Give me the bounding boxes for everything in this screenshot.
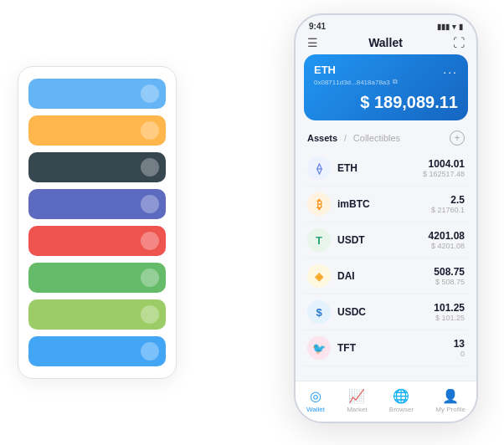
stack-card-3[interactable]	[28, 189, 166, 219]
asset-list: ⟠ETH1004.01$ 162517.48₿imBTC2.5$ 21760.1…	[296, 151, 476, 381]
status-bar: 9:41 ▮▮▮ ▾ ▮	[296, 15, 476, 34]
usdt-icon: T	[307, 228, 331, 252]
eth-icon: ⟠	[307, 156, 331, 180]
stack-card-1[interactable]	[28, 115, 166, 146]
nav-icon-wallet: ◎	[310, 388, 321, 404]
dai-icon: ◈	[307, 264, 331, 288]
stack-card-2[interactable]	[28, 152, 166, 182]
imbtc-usd: $ 21760.1	[431, 206, 465, 214]
tft-amount: 13	[454, 338, 465, 350]
eth-usd: $ 162517.48	[423, 170, 465, 178]
stack-card-6[interactable]	[28, 299, 166, 330]
imbtc-amount: 2.5	[431, 194, 465, 206]
bottom-nav: ◎Wallet📈Market🌐Browser👤My Profile	[296, 381, 476, 422]
nav-item-market[interactable]: 📈Market	[347, 388, 367, 413]
imbtc-values: 2.5$ 21760.1	[431, 194, 465, 214]
stack-card-icon-7	[141, 342, 159, 361]
add-asset-button[interactable]: +	[450, 130, 465, 146]
usdt-values: 4201.08$ 4201.08	[429, 230, 465, 250]
tft-values: 130	[454, 338, 465, 358]
scene: 9:41 ▮▮▮ ▾ ▮ ☰ Wallet ⛶ ETH ... 0x08711d…	[18, 13, 486, 432]
eth-label: ETH	[314, 64, 336, 76]
nav-item-my-profile[interactable]: 👤My Profile	[435, 388, 465, 413]
eth-address: 0x08711d3d...8418a78a3 ⧉	[314, 78, 458, 86]
battery-icon: ▮	[459, 23, 463, 31]
stack-card-5[interactable]	[28, 263, 166, 293]
eth-name: ETH	[337, 162, 423, 174]
asset-item[interactable]: $USDC101.25$ 101.25	[304, 294, 468, 330]
phone-mockup: 9:41 ▮▮▮ ▾ ▮ ☰ Wallet ⛶ ETH ... 0x08711d…	[294, 13, 478, 423]
usdc-amount: 101.25	[434, 302, 465, 314]
stack-card-icon-1	[141, 121, 159, 140]
nav-item-wallet[interactable]: ◎Wallet	[306, 388, 325, 413]
stack-card-icon-2	[141, 158, 159, 176]
imbtc-name: imBTC	[337, 198, 431, 210]
eth-card-top: ETH ...	[314, 63, 458, 76]
usdt-amount: 4201.08	[429, 230, 465, 242]
tab-collectibles[interactable]: Collectibles	[353, 133, 400, 143]
nav-icon-my-profile: 👤	[442, 388, 459, 404]
nav-label-my-profile: My Profile	[435, 406, 465, 413]
asset-item[interactable]: 🐦TFT130	[304, 330, 468, 366]
usdc-icon: $	[307, 300, 331, 324]
nav-icon-market: 📈	[348, 388, 365, 404]
expand-icon[interactable]: ⛶	[453, 36, 465, 49]
tft-usd: 0	[454, 350, 465, 358]
nav-label-wallet: Wallet	[306, 406, 325, 413]
nav-label-market: Market	[347, 406, 367, 413]
eth-values: 1004.01$ 162517.48	[423, 158, 465, 178]
imbtc-icon: ₿	[307, 192, 331, 216]
usdc-name: USDC	[337, 306, 434, 318]
stack-card-icon-5	[141, 269, 159, 287]
phone-header: ☰ Wallet ⛶	[296, 34, 476, 54]
nav-label-browser: Browser	[389, 406, 414, 413]
tab-divider: /	[344, 134, 347, 143]
stack-card-icon-3	[141, 195, 159, 213]
tft-name: TFT	[337, 342, 454, 354]
dai-name: DAI	[337, 270, 434, 282]
asset-item[interactable]: ₿imBTC2.5$ 21760.1	[304, 187, 468, 222]
eth-menu-dots[interactable]: ...	[443, 63, 458, 76]
dai-amount: 508.75	[434, 266, 465, 278]
stack-card-icon-0	[141, 84, 159, 103]
balance-prefix: $	[360, 93, 369, 111]
usdc-values: 101.25$ 101.25	[434, 302, 465, 322]
stack-card-0[interactable]	[28, 79, 166, 109]
eth-amount: 1004.01	[423, 158, 465, 170]
dai-values: 508.75$ 508.75	[434, 266, 465, 286]
nav-item-browser[interactable]: 🌐Browser	[389, 388, 414, 413]
stack-card-4[interactable]	[28, 226, 166, 256]
nav-icon-browser: 🌐	[393, 388, 409, 404]
page-title: Wallet	[368, 36, 403, 49]
usdt-name: USDT	[337, 234, 429, 246]
card-stack	[18, 66, 177, 379]
balance-amount: 189,089.11	[374, 93, 458, 111]
assets-tabs: Assets / Collectibles	[307, 133, 400, 143]
wifi-icon: ▾	[452, 23, 456, 31]
eth-balance: $ 189,089.11	[314, 93, 458, 112]
tft-icon: 🐦	[307, 336, 331, 360]
usdc-usd: $ 101.25	[434, 314, 465, 322]
stack-card-7[interactable]	[28, 336, 166, 366]
eth-card[interactable]: ETH ... 0x08711d3d...8418a78a3 ⧉ $ 189,0…	[304, 54, 468, 120]
status-time: 9:41	[309, 22, 326, 31]
copy-icon[interactable]: ⧉	[393, 78, 398, 86]
asset-item[interactable]: ◈DAI508.75$ 508.75	[304, 258, 468, 294]
signal-icon: ▮▮▮	[437, 23, 450, 31]
usdt-usd: $ 4201.08	[429, 242, 465, 250]
asset-item[interactable]: ⟠ETH1004.01$ 162517.48	[304, 151, 468, 187]
tab-assets[interactable]: Assets	[307, 133, 337, 143]
status-icons: ▮▮▮ ▾ ▮	[437, 23, 463, 31]
dai-usd: $ 508.75	[434, 278, 465, 286]
menu-icon[interactable]: ☰	[307, 36, 318, 49]
asset-item[interactable]: TUSDT4201.08$ 4201.08	[304, 222, 468, 258]
assets-header: Assets / Collectibles +	[296, 127, 476, 151]
stack-card-icon-6	[141, 305, 159, 324]
stack-card-icon-4	[141, 232, 159, 250]
